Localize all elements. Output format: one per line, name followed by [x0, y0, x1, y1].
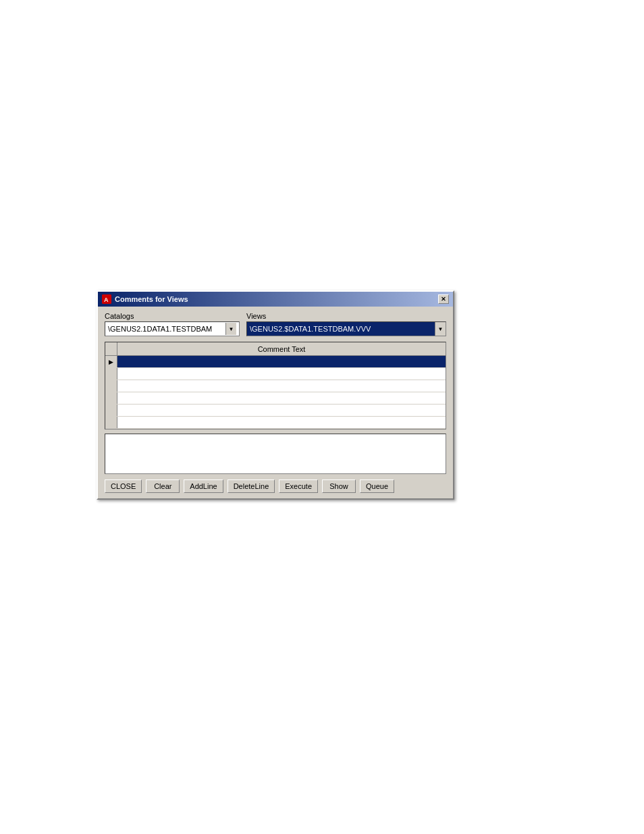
table-row[interactable]: [105, 417, 446, 429]
show-button[interactable]: Show: [322, 479, 356, 493]
header-row-indicator: [105, 342, 117, 356]
row-indicator: [105, 392, 117, 404]
queue-button[interactable]: Queue: [360, 479, 394, 493]
views-dropdown[interactable]: \GENUS2.$DATA1.TESTDBAM.VVV ▼: [246, 321, 446, 336]
close-button[interactable]: CLOSE: [105, 479, 142, 493]
row-cell[interactable]: [117, 380, 446, 392]
table-rows: ▶: [105, 356, 446, 429]
dialog-title: Comments for Views: [115, 295, 188, 303]
row-cell[interactable]: [117, 392, 446, 404]
table-row[interactable]: [105, 368, 446, 380]
dialog-body: Catalogs \GENUS2.1DATA1.TESTDBAM ▼ Views…: [98, 307, 453, 498]
row-indicator: [105, 405, 117, 416]
row-indicator: [105, 368, 117, 380]
catalogs-dropdown-arrow[interactable]: ▼: [225, 323, 236, 335]
table-row[interactable]: [105, 380, 446, 392]
window-close-button[interactable]: ✕: [438, 294, 449, 304]
comments-for-views-dialog: A Comments for Views ✕ Catalogs \GENUS2.…: [97, 290, 454, 500]
comment-text-area[interactable]: [105, 434, 446, 474]
delete-line-button[interactable]: DeleteLine: [227, 479, 275, 493]
catalogs-label: Catalogs: [105, 312, 240, 320]
catalogs-value: \GENUS2.1DATA1.TESTDBAM: [108, 325, 212, 333]
table-header: Comment Text: [105, 342, 446, 356]
comment-text-header: Comment Text: [117, 342, 446, 356]
catalogs-dropdown[interactable]: \GENUS2.1DATA1.TESTDBAM ▼: [105, 321, 240, 336]
row-cell[interactable]: [117, 356, 446, 367]
views-value: \GENUS2.$DATA1.TESTDBAM.VVV: [247, 324, 435, 334]
catalogs-field-group: Catalogs \GENUS2.1DATA1.TESTDBAM ▼: [105, 312, 240, 336]
row-cell[interactable]: [117, 417, 446, 428]
row-indicator: [105, 380, 117, 392]
comment-text-table: Comment Text ▶: [105, 342, 446, 429]
row-cell[interactable]: [117, 405, 446, 416]
row-indicator: [105, 417, 117, 428]
fields-row: Catalogs \GENUS2.1DATA1.TESTDBAM ▼ Views…: [105, 312, 446, 336]
table-row[interactable]: [105, 405, 446, 417]
views-label: Views: [246, 312, 446, 320]
title-bar: A Comments for Views ✕: [98, 292, 453, 307]
app-icon: A: [102, 294, 111, 304]
table-row[interactable]: ▶: [105, 356, 446, 368]
execute-button[interactable]: Execute: [279, 479, 318, 493]
svg-text:A: A: [104, 296, 109, 303]
clear-button[interactable]: Clear: [146, 479, 180, 493]
row-cell[interactable]: [117, 368, 446, 380]
row-indicator: ▶: [105, 356, 117, 367]
views-field-group: Views \GENUS2.$DATA1.TESTDBAM.VVV ▼: [246, 312, 446, 336]
buttons-row: CLOSE Clear AddLine DeleteLine Execute S…: [105, 479, 446, 493]
views-dropdown-arrow[interactable]: ▼: [435, 322, 446, 336]
table-row[interactable]: [105, 392, 446, 405]
title-bar-left: A Comments for Views: [102, 294, 188, 304]
add-line-button[interactable]: AddLine: [184, 479, 223, 493]
